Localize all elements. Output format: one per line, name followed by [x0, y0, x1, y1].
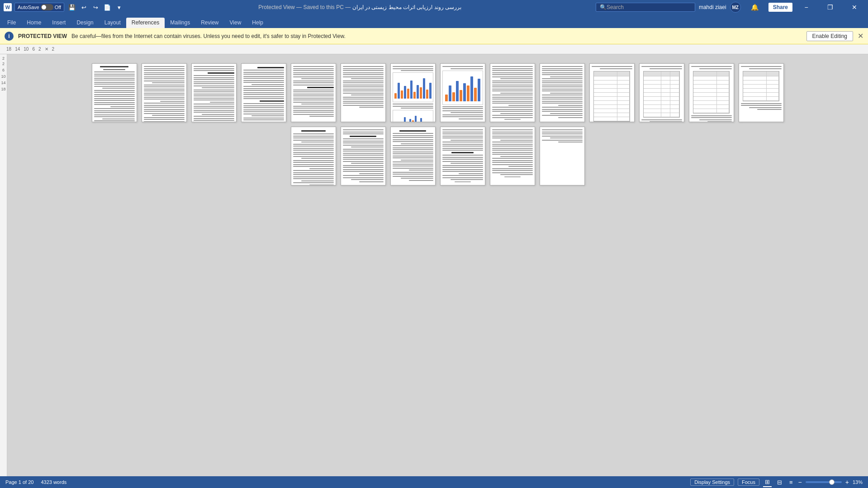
web-layout-view-button[interactable]: ⊟ — [775, 478, 784, 487]
statusbar-right: Display Settings Focus ⊞ ⊟ ≡ − + 13% — [690, 478, 863, 487]
zoom-slider-thumb[interactable] — [829, 479, 835, 485]
page-thumb-18[interactable] — [440, 127, 485, 185]
autosave-label: AutoSave — [18, 5, 39, 10]
search-input[interactable] — [607, 4, 688, 10]
customize-button[interactable]: ▾ — [114, 2, 124, 12]
page-thumb-16[interactable] — [341, 127, 386, 185]
protected-label: Protected View — [258, 4, 295, 10]
ruler: 18 14 10 6 2 ✕ 2 — [0, 44, 868, 54]
page-thumb-14[interactable] — [739, 63, 784, 122]
titlebar-center: بررسی روند ارزیابی اثرات محیط زیستی در ا… — [124, 4, 596, 10]
save-button[interactable]: 💾 — [67, 2, 77, 12]
ribbon-tabs: File Home Insert Design Layout Reference… — [0, 14, 868, 28]
page-row-1 — [92, 63, 784, 122]
restore-button[interactable]: ❐ — [820, 0, 840, 14]
page-thumb-15[interactable] — [291, 127, 336, 185]
autosave-toggle[interactable] — [41, 4, 53, 10]
focus-button[interactable]: Focus — [738, 479, 759, 486]
statusbar: Page 1 of 20 4323 words Display Settings… — [0, 476, 868, 488]
undo-button[interactable]: ↩ — [79, 2, 89, 12]
tab-file[interactable]: File — [2, 18, 21, 28]
titlebar-right: 🔍 mahdi ziaei MZ 🔔 Share − ❐ ✕ — [596, 0, 864, 14]
zoom-in-button[interactable]: + — [845, 479, 849, 486]
page-info: Page 1 of 20 — [5, 479, 33, 485]
zoom-out-button[interactable]: − — [798, 479, 802, 486]
protected-icon: i — [5, 32, 14, 41]
close-button[interactable]: ✕ — [844, 0, 864, 14]
tab-references[interactable]: References — [126, 18, 165, 28]
page-thumb-5[interactable] — [291, 63, 336, 122]
new-doc-button[interactable]: 📄 — [102, 2, 112, 12]
user-avatar[interactable]: MZ — [730, 2, 741, 13]
page-thumb-8[interactable] — [440, 63, 485, 122]
read-mode-view-button[interactable]: ≡ — [787, 478, 795, 487]
minimize-button[interactable]: − — [796, 0, 816, 14]
page-thumb-11[interactable] — [589, 63, 635, 122]
page-thumb-7[interactable] — [390, 63, 436, 122]
tab-review[interactable]: Review — [195, 18, 224, 28]
protected-view-label: PROTECTED VIEW — [18, 33, 67, 39]
page-thumb-20[interactable] — [540, 127, 585, 185]
page-thumb-12[interactable] — [639, 63, 684, 122]
enable-editing-button[interactable]: Enable Editing — [806, 31, 853, 41]
page-thumb-17[interactable] — [390, 127, 436, 185]
separator: — — [296, 4, 303, 10]
statusbar-left: Page 1 of 20 4323 words — [5, 479, 66, 485]
search-icon: 🔍 — [600, 4, 607, 10]
redo-button[interactable]: ↪ — [90, 2, 100, 12]
protected-view-bar: i PROTECTED VIEW Be careful—files from t… — [0, 28, 868, 44]
tab-help[interactable]: Help — [247, 18, 269, 28]
user-name: mahdi ziaei — [699, 4, 726, 10]
share-button[interactable]: Share — [768, 3, 792, 12]
page-thumb-3[interactable] — [191, 63, 237, 122]
tab-mailings[interactable]: Mailings — [165, 18, 195, 28]
tab-layout[interactable]: Layout — [99, 18, 126, 28]
ruler-marks: 18 14 10 6 2 ✕ 2 — [6, 47, 54, 52]
autosave-state: Off — [55, 5, 61, 10]
protected-view-message: Be careful—files from the Internet can c… — [71, 33, 802, 39]
page-thumb-2[interactable] — [142, 63, 187, 122]
print-layout-view-button[interactable]: ⊞ — [763, 478, 772, 487]
word-count: 4323 words — [41, 479, 66, 485]
zoom-slider[interactable] — [806, 481, 842, 483]
notification-button[interactable]: 🔔 — [745, 0, 765, 14]
titlebar: W AutoSave Off 💾 ↩ ↪ 📄 ▾ بررسی روند ارزی… — [0, 0, 868, 14]
doc-title: بررسی روند ارزیابی اثرات محیط زیستی در ا… — [352, 4, 461, 10]
titlebar-left: W AutoSave Off 💾 ↩ ↪ 📄 ▾ — [4, 2, 124, 12]
tab-view[interactable]: View — [224, 18, 247, 28]
tab-home[interactable]: Home — [21, 18, 47, 28]
tab-insert[interactable]: Insert — [47, 18, 71, 28]
left-ruler: 2 2 6 10 14 18 — [0, 54, 7, 476]
zoom-percent: 13% — [853, 479, 863, 485]
protected-state: — — [344, 4, 351, 10]
main-area: 2 2 6 10 14 18 — [0, 54, 868, 476]
tab-design[interactable]: Design — [71, 18, 99, 28]
page-thumb-1[interactable] — [92, 63, 137, 122]
page-thumb-19[interactable] — [490, 127, 535, 185]
search-box[interactable]: 🔍 — [596, 3, 695, 12]
document-area — [7, 54, 868, 476]
close-protected-bar-button[interactable]: ✕ — [858, 32, 863, 40]
page-thumb-6[interactable] — [341, 63, 386, 122]
page-thumb-9[interactable] — [490, 63, 535, 122]
autosave-button[interactable]: AutoSave Off — [14, 3, 64, 12]
page-row-2 — [291, 127, 585, 185]
page-thumb-13[interactable] — [689, 63, 734, 122]
display-settings-button[interactable]: Display Settings — [690, 479, 734, 486]
page-thumb-10[interactable] — [540, 63, 585, 122]
page-thumb-4[interactable] — [241, 63, 286, 122]
saved-state: Saved to this PC — [303, 4, 343, 10]
titlebar-tools: 💾 ↩ ↪ 📄 ▾ — [67, 2, 124, 12]
word-logo: W — [4, 3, 12, 11]
